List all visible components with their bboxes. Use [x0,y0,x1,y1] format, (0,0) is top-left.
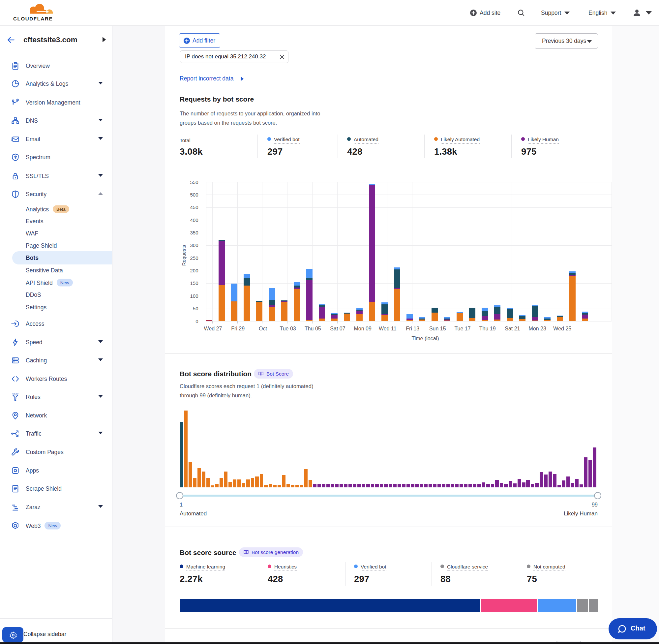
svg-text:CLOUDFLARE: CLOUDFLARE [13,16,53,21]
